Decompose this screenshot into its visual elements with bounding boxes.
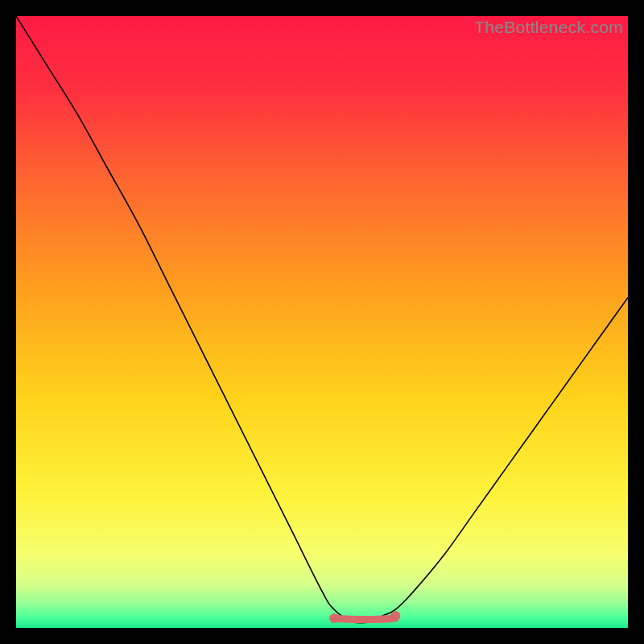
highlight-segment	[334, 618, 395, 620]
chart-curve-layer	[16, 16, 628, 628]
plot-area: TheBottleneck.com	[16, 16, 628, 628]
chart-curve	[16, 16, 628, 623]
highlight-dot-right	[390, 611, 400, 621]
chart-frame: TheBottleneck.com	[16, 16, 628, 628]
highlight-dot-left	[329, 613, 339, 623]
watermark-label: TheBottleneck.com	[474, 18, 623, 37]
